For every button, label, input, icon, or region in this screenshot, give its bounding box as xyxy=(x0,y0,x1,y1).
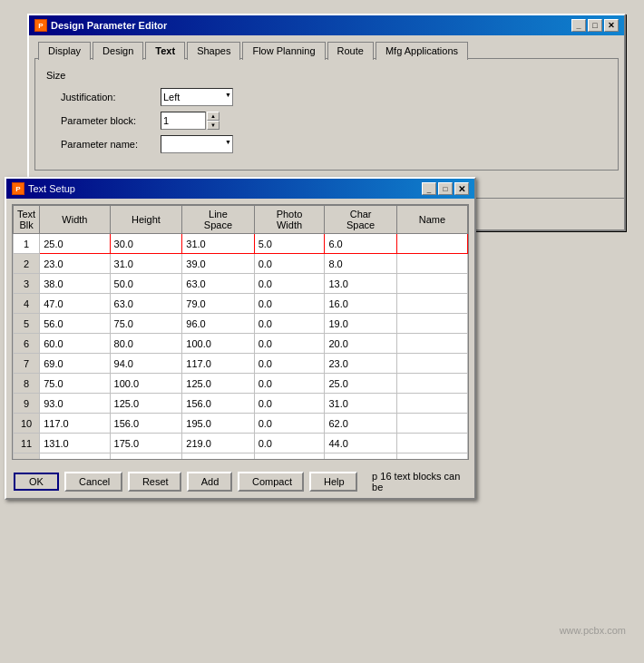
table-cell[interactable] xyxy=(325,434,396,453)
table-cell-input[interactable] xyxy=(328,378,392,389)
table-cell-input[interactable] xyxy=(186,378,249,389)
table-cell-input[interactable] xyxy=(259,458,321,460)
table-cell[interactable] xyxy=(182,334,254,354)
table-cell-input[interactable] xyxy=(328,398,392,409)
table-cell[interactable] xyxy=(396,414,467,434)
table-cell-input[interactable] xyxy=(186,358,249,369)
table-cell-input[interactable] xyxy=(186,458,249,460)
table-cell-input[interactable] xyxy=(186,258,249,269)
dialog-cancel-button[interactable]: Cancel xyxy=(64,472,122,492)
table-cell-input[interactable] xyxy=(328,278,392,289)
table-cell[interactable] xyxy=(40,394,110,414)
table-cell[interactable] xyxy=(182,254,254,274)
table-cell[interactable] xyxy=(110,354,182,374)
table-cell-input[interactable] xyxy=(44,318,105,329)
table-cell[interactable] xyxy=(110,394,182,414)
table-cell-input[interactable] xyxy=(401,398,463,409)
table-cell[interactable] xyxy=(40,334,110,354)
table-cell[interactable] xyxy=(396,274,467,294)
table-cell-input[interactable] xyxy=(259,318,321,329)
dialog-minimize-button[interactable]: _ xyxy=(422,182,436,195)
table-cell[interactable] xyxy=(110,453,182,460)
table-cell-input[interactable] xyxy=(401,298,463,309)
table-cell-input[interactable] xyxy=(114,258,179,269)
dialog-maximize-button[interactable]: □ xyxy=(438,182,453,195)
close-button[interactable]: ✕ xyxy=(604,19,619,32)
table-cell[interactable] xyxy=(182,234,254,254)
table-cell-input[interactable] xyxy=(44,458,105,460)
table-cell-input[interactable] xyxy=(44,258,105,269)
table-cell[interactable] xyxy=(110,254,182,274)
table-cell[interactable] xyxy=(396,374,467,394)
tab-route[interactable]: Route xyxy=(327,42,374,60)
table-cell[interactable] xyxy=(40,453,110,460)
table-cell[interactable] xyxy=(182,434,254,453)
param-block-input[interactable] xyxy=(161,112,206,130)
table-cell[interactable] xyxy=(182,354,254,374)
table-cell[interactable] xyxy=(396,354,467,374)
table-cell[interactable] xyxy=(254,453,325,460)
tab-design[interactable]: Design xyxy=(93,42,143,60)
tab-flow-planning[interactable]: Flow Planning xyxy=(242,42,325,60)
table-cell-input[interactable] xyxy=(328,258,392,269)
table-cell[interactable] xyxy=(325,254,396,274)
tab-text[interactable]: Text xyxy=(145,42,185,60)
dialog-close-button[interactable]: ✕ xyxy=(454,182,469,195)
table-cell-input[interactable] xyxy=(401,239,463,249)
table-cell[interactable] xyxy=(182,394,254,414)
tab-shapes[interactable]: Shapes xyxy=(187,42,240,60)
table-cell-input[interactable] xyxy=(44,239,105,249)
table-cell[interactable] xyxy=(325,334,396,354)
table-cell[interactable] xyxy=(110,294,182,314)
table-cell[interactable] xyxy=(40,354,110,374)
table-cell[interactable] xyxy=(325,314,396,334)
table-cell[interactable] xyxy=(254,254,325,274)
table-scroll-area[interactable]: TextBlk Width Height LineSpace PhotoWidt… xyxy=(13,205,468,459)
table-cell-input[interactable] xyxy=(44,378,105,389)
table-cell-input[interactable] xyxy=(186,438,249,449)
table-cell[interactable] xyxy=(396,434,467,453)
table-cell-input[interactable] xyxy=(114,438,179,449)
table-cell-input[interactable] xyxy=(328,239,392,249)
table-cell-input[interactable] xyxy=(401,418,463,429)
table-cell-input[interactable] xyxy=(114,298,179,309)
table-cell[interactable] xyxy=(40,414,110,434)
table-cell[interactable] xyxy=(254,234,325,254)
table-cell[interactable] xyxy=(40,234,110,254)
table-cell-input[interactable] xyxy=(259,358,321,369)
table-cell-input[interactable] xyxy=(114,398,179,409)
spin-up-button[interactable]: ▲ xyxy=(207,112,220,121)
table-cell-input[interactable] xyxy=(186,298,249,309)
table-cell-input[interactable] xyxy=(114,239,179,249)
table-cell[interactable] xyxy=(110,434,182,453)
table-cell[interactable] xyxy=(254,274,325,294)
table-cell[interactable] xyxy=(182,274,254,294)
table-cell-input[interactable] xyxy=(186,318,249,329)
table-cell-input[interactable] xyxy=(259,278,321,289)
table-cell-input[interactable] xyxy=(401,378,463,389)
table-cell[interactable] xyxy=(325,234,396,254)
table-cell-input[interactable] xyxy=(44,358,105,369)
table-cell[interactable] xyxy=(40,434,110,453)
table-cell[interactable] xyxy=(254,294,325,314)
table-cell[interactable] xyxy=(396,453,467,460)
table-cell[interactable] xyxy=(254,414,325,434)
table-cell[interactable] xyxy=(325,394,396,414)
table-cell-input[interactable] xyxy=(259,239,321,249)
table-cell[interactable] xyxy=(254,354,325,374)
dialog-compact-button[interactable]: Compact xyxy=(238,472,304,492)
table-cell[interactable] xyxy=(254,434,325,453)
table-cell[interactable] xyxy=(396,254,467,274)
table-cell-input[interactable] xyxy=(259,258,321,269)
table-cell-input[interactable] xyxy=(44,298,105,309)
table-cell[interactable] xyxy=(182,374,254,394)
table-cell[interactable] xyxy=(396,314,467,334)
table-cell-input[interactable] xyxy=(186,398,249,409)
tab-mfg-applications[interactable]: Mfg Applications xyxy=(376,42,468,60)
table-cell-input[interactable] xyxy=(328,358,392,369)
table-cell-input[interactable] xyxy=(401,338,463,349)
table-cell[interactable] xyxy=(40,274,110,294)
table-cell[interactable] xyxy=(40,314,110,334)
table-cell-input[interactable] xyxy=(401,318,463,329)
table-cell[interactable] xyxy=(40,294,110,314)
